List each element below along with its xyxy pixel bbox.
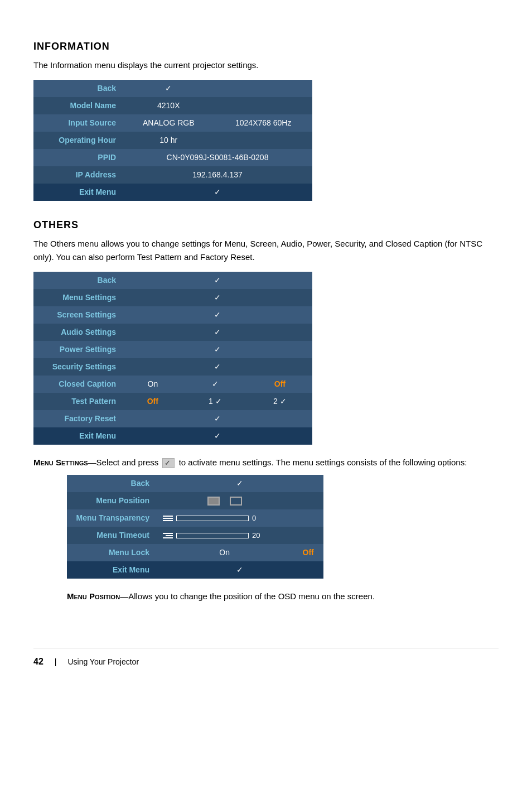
row-label: Model Name xyxy=(33,97,123,114)
timeout-value: 20 xyxy=(252,530,260,541)
information-table: Back ✓ Model Name 4210X Input Source ANA… xyxy=(33,80,312,201)
row-label: Operating Hour xyxy=(33,132,123,149)
row-value: CN-0Y099J-S0081-46B-0208 xyxy=(123,149,312,166)
row-value: On xyxy=(156,544,293,561)
table-row: Closed Caption On ✓ Off xyxy=(33,376,312,393)
information-title: INFORMATION xyxy=(33,39,499,54)
row-value: ✓ xyxy=(123,410,312,427)
row-label: Menu Position xyxy=(67,492,156,509)
table-row-exit: Exit Menu ✓ xyxy=(67,561,323,579)
table-row: Menu Position xyxy=(67,492,323,509)
row-value: ✓ xyxy=(123,272,312,289)
row-value: ✓ xyxy=(123,80,214,97)
transparency-slider[interactable] xyxy=(176,516,249,521)
menu-settings-description: Menu Settings—Select and press to activa… xyxy=(33,456,499,469)
table-row: Factory Reset ✓ xyxy=(33,410,312,427)
timeout-slider[interactable] xyxy=(176,533,249,538)
row-off: Off xyxy=(293,544,323,561)
row-value: On xyxy=(123,376,183,393)
row-value: 192.168.4.137 xyxy=(123,166,312,184)
row-value2 xyxy=(214,97,312,114)
row-label: Test Pattern xyxy=(33,393,123,410)
menu-position-section: Menu Position—Allows you to change the p… xyxy=(67,590,499,603)
row-value: ✓ xyxy=(123,324,312,341)
row-value2 xyxy=(293,527,323,544)
timeout-icon xyxy=(163,533,173,538)
table-row: Security Settings ✓ xyxy=(33,358,312,376)
menu-settings-heading: Menu Settings xyxy=(33,458,88,467)
row-off: Off xyxy=(248,376,312,393)
row-value2 xyxy=(293,509,323,527)
information-description: The Information menu displays the curren… xyxy=(33,59,499,72)
row-label: Menu Settings xyxy=(33,289,123,306)
table-row: Back ✓ xyxy=(67,475,323,492)
table-row: Operating Hour 10 hr xyxy=(33,132,312,149)
row-value: ✓ xyxy=(156,475,323,492)
others-table: Back ✓ Menu Settings ✓ Screen Settings ✓… xyxy=(33,272,312,445)
row-value: ✓ xyxy=(123,427,312,445)
position-filled-icon xyxy=(207,497,220,506)
row-label: Factory Reset xyxy=(33,410,123,427)
row-value: 0 xyxy=(156,509,293,527)
row-label: Back xyxy=(33,272,123,289)
row-label: IP Address xyxy=(33,166,123,184)
row-label: Input Source xyxy=(33,114,123,132)
table-row: Model Name 4210X xyxy=(33,97,312,114)
table-row: Test Pattern Off 1 ✓ 2 ✓ xyxy=(33,393,312,410)
em-dash: — xyxy=(88,458,96,467)
row-label: Back xyxy=(33,80,123,97)
check-button-icon xyxy=(162,458,175,468)
menu-position-description: Menu Position—Allows you to change the p… xyxy=(67,590,499,603)
table-row: IP Address 192.168.4.137 xyxy=(33,166,312,184)
others-description: The Others menu allows you to change set… xyxy=(33,237,499,264)
menu-settings-section: Menu Settings—Select and press to activa… xyxy=(33,456,499,579)
row-label: Power Settings xyxy=(33,341,123,358)
table-row: Menu Settings ✓ xyxy=(33,289,312,306)
menu-position-heading: Menu Position xyxy=(67,591,120,601)
row-check: ✓ xyxy=(183,376,248,393)
row-label: PPID xyxy=(33,149,123,166)
row-value: ANALOG RGB xyxy=(123,114,214,132)
table-row: Input Source ANALOG RGB 1024X768 60Hz xyxy=(33,114,312,132)
transparency-icon xyxy=(163,516,173,521)
table-row: Menu Timeout 20 xyxy=(67,527,323,544)
table-row: Back ✓ xyxy=(33,272,312,289)
page-footer: 42 | Using Your Projector xyxy=(33,648,499,668)
row-value2: 1024X768 60Hz xyxy=(214,114,312,132)
row-value: 10 hr xyxy=(123,132,214,149)
row-value: ✓ xyxy=(123,358,312,376)
table-row: Audio Settings ✓ xyxy=(33,324,312,341)
table-row: Back ✓ xyxy=(33,80,312,97)
row-value: 4210X xyxy=(123,97,214,114)
row-label: Screen Settings xyxy=(33,306,123,324)
row-label: Exit Menu xyxy=(67,561,156,579)
row-value: ✓ xyxy=(123,184,312,201)
others-title: OTHERS xyxy=(33,218,499,233)
table-row: Screen Settings ✓ xyxy=(33,306,312,324)
row-value: ✓ xyxy=(123,306,312,324)
row-value: 20 xyxy=(156,527,293,544)
transparency-value: 0 xyxy=(252,513,256,524)
table-row: PPID CN-0Y099J-S0081-46B-0208 xyxy=(33,149,312,166)
table-row-exit: Exit Menu ✓ xyxy=(33,427,312,445)
row-label: Exit Menu xyxy=(33,184,123,201)
row-value2 xyxy=(214,80,312,97)
table-row-exit: Exit Menu ✓ xyxy=(33,184,312,201)
table-row: Power Settings ✓ xyxy=(33,341,312,358)
row-value2 xyxy=(214,132,312,149)
row-2: 2 ✓ xyxy=(248,393,312,410)
others-section: OTHERS The Others menu allows you to cha… xyxy=(33,218,499,445)
row-value xyxy=(156,492,293,509)
row-label: Menu Transparency xyxy=(67,509,156,527)
row-label: Menu Lock xyxy=(67,544,156,561)
row-label: Back xyxy=(67,475,156,492)
row-value: ✓ xyxy=(123,289,312,306)
row-value2 xyxy=(293,492,323,509)
row-label: Closed Caption xyxy=(33,376,123,393)
row-label: Audio Settings xyxy=(33,324,123,341)
position-outline-icon xyxy=(230,497,242,506)
row-label: Menu Timeout xyxy=(67,527,156,544)
row-value: ✓ xyxy=(156,561,323,579)
footer-text: Using Your Projector xyxy=(67,656,139,668)
table-row: Menu Transparency 0 xyxy=(67,509,323,527)
